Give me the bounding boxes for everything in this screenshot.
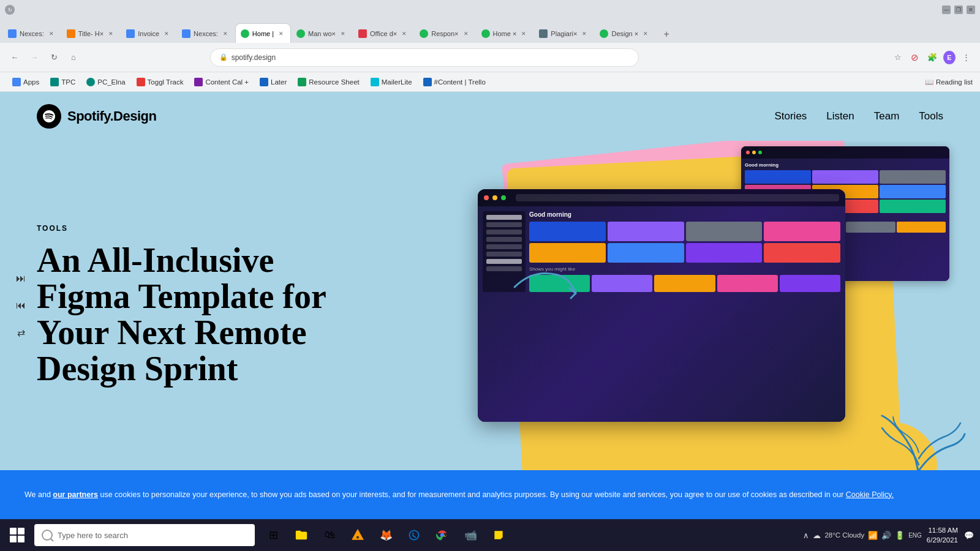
home-button[interactable]: ⌂ bbox=[66, 50, 81, 65]
tab-close-icon[interactable]: ✕ bbox=[277, 29, 285, 38]
chrome-button[interactable] bbox=[429, 522, 456, 549]
blue-plant-decoration bbox=[870, 397, 968, 470]
battery-icon: 🔋 bbox=[895, 531, 905, 540]
site-header: Spotify.Design Stories Listen Team Tools bbox=[0, 92, 980, 141]
logo-text: Spotify.Design bbox=[67, 108, 156, 124]
bookmark-tpc[interactable]: TPC bbox=[45, 76, 80, 88]
tab-label: Respon× bbox=[431, 30, 458, 37]
tab-close-icon[interactable]: ✕ bbox=[580, 29, 589, 38]
bookmark-favicon bbox=[371, 78, 379, 86]
cookie-partners-link[interactable]: our partners bbox=[53, 490, 98, 499]
tab-title[interactable]: Title- H× ✕ bbox=[61, 23, 121, 43]
store-button[interactable]: 🛍 bbox=[316, 522, 343, 549]
bookmark-pc-elna[interactable]: PC_Elna bbox=[81, 76, 130, 88]
settings-icon[interactable]: ⋮ bbox=[960, 51, 973, 64]
tab-close-icon[interactable]: ✕ bbox=[339, 29, 347, 38]
album-card bbox=[529, 243, 606, 263]
prev-track-icon[interactable]: ⏮ bbox=[12, 297, 29, 314]
reading-list-button[interactable]: 📖 Reading list bbox=[925, 78, 973, 86]
star-icon[interactable]: ☆ bbox=[892, 51, 904, 64]
next-track-icon[interactable]: ⏭ bbox=[12, 270, 29, 287]
album-card bbox=[880, 185, 946, 198]
tab-close-icon[interactable]: ✕ bbox=[519, 29, 528, 38]
tab-favicon bbox=[600, 29, 608, 38]
speaker-icon[interactable]: 🔊 bbox=[881, 531, 891, 540]
tab-home-2[interactable]: Home × ✕ bbox=[476, 23, 534, 43]
bookmark-later[interactable]: Later bbox=[255, 76, 292, 88]
tab-close-icon[interactable]: ✕ bbox=[162, 29, 171, 38]
address-bar-mock bbox=[516, 194, 839, 201]
tab-favicon bbox=[126, 29, 135, 38]
system-clock[interactable]: 11:58 AM 6/29/2021 bbox=[927, 525, 958, 545]
tab-plagiari[interactable]: Plagiari× ✕ bbox=[533, 23, 594, 43]
zoom-button[interactable]: 📹 bbox=[457, 522, 484, 549]
blocked-icon: ⊘ bbox=[909, 51, 921, 64]
dot-red bbox=[746, 151, 750, 154]
reload-button[interactable]: ↻ bbox=[47, 50, 61, 65]
tab-favicon bbox=[358, 29, 367, 38]
lock-icon: 🔒 bbox=[219, 53, 228, 61]
file-explorer-button[interactable] bbox=[288, 522, 315, 549]
title-bar-right: — ❐ ✕ bbox=[942, 6, 975, 14]
bookmark-apps[interactable]: Apps bbox=[7, 76, 44, 88]
bookmark-favicon bbox=[50, 78, 59, 86]
tab-favicon bbox=[420, 29, 428, 38]
start-button[interactable] bbox=[5, 523, 29, 547]
forward-button[interactable]: → bbox=[27, 50, 42, 65]
shuffle-icon[interactable]: ⇄ bbox=[12, 324, 29, 341]
tab-close-icon[interactable]: ✕ bbox=[47, 29, 56, 38]
tab-design[interactable]: Design × ✕ bbox=[594, 23, 655, 43]
nav-stories[interactable]: Stories bbox=[774, 110, 807, 122]
tab-invoice[interactable]: Invoice ✕ bbox=[121, 23, 176, 43]
nav-team[interactable]: Team bbox=[874, 110, 900, 122]
album-card bbox=[686, 222, 763, 241]
close-button[interactable]: ✕ bbox=[967, 6, 975, 14]
minimize-button[interactable]: — bbox=[942, 6, 951, 14]
network-icon[interactable]: 📶 bbox=[868, 531, 878, 540]
tab-label: Title- H× bbox=[78, 30, 104, 37]
notification-icon[interactable]: 💬 bbox=[963, 529, 975, 541]
bookmark-toggl[interactable]: Toggl Track bbox=[132, 76, 189, 88]
site-nav: Stories Listen Team Tools bbox=[774, 110, 943, 122]
album-sm bbox=[717, 275, 778, 292]
tablet-topbar bbox=[741, 146, 949, 159]
tab-man-wo[interactable]: Man wo× ✕ bbox=[291, 23, 353, 43]
taskbar-search[interactable]: Type here to search bbox=[34, 524, 255, 546]
tab-close-icon[interactable]: ✕ bbox=[462, 29, 470, 38]
task-view-button[interactable]: ⊞ bbox=[260, 522, 287, 549]
chevron-up-icon[interactable]: ∧ bbox=[803, 531, 809, 540]
tab-nexces-2[interactable]: Nexces: ✕ bbox=[176, 23, 235, 43]
new-tab-button[interactable]: + bbox=[658, 26, 675, 43]
tab-close-icon[interactable]: ✕ bbox=[107, 29, 115, 38]
clock-date: 6/29/2021 bbox=[927, 535, 958, 545]
profile-icon[interactable]: E bbox=[943, 51, 956, 64]
bookmark-content-cal[interactable]: Content Cal + bbox=[189, 76, 254, 88]
back-button[interactable]: ← bbox=[7, 50, 22, 65]
address-input[interactable]: 🔒 spotify.design bbox=[210, 48, 639, 67]
tab-label: Home × bbox=[493, 30, 517, 37]
sticky-notes-button[interactable] bbox=[485, 522, 512, 549]
tab-office[interactable]: Office d× ✕ bbox=[353, 23, 414, 43]
sidebar-item bbox=[486, 244, 522, 249]
bookmark-trello[interactable]: #Content | Trello bbox=[418, 76, 491, 88]
tab-label: Invoice bbox=[138, 30, 159, 37]
tab-close-icon[interactable]: ✕ bbox=[641, 29, 650, 38]
bookmark-mailerlite[interactable]: MailerLite bbox=[366, 76, 417, 88]
tab-close-icon[interactable]: ✕ bbox=[400, 29, 409, 38]
bookmark-resource-sheet[interactable]: Resource Sheet bbox=[293, 76, 364, 88]
tab-close-icon[interactable]: ✕ bbox=[221, 29, 230, 38]
cookie-policy-link[interactable]: Cookie Policy. bbox=[846, 490, 894, 499]
album-card bbox=[608, 222, 684, 241]
firefox-button[interactable]: 🦊 bbox=[372, 522, 399, 549]
tab-home-spotify[interactable]: Home | ✕ bbox=[235, 23, 291, 43]
restore-button[interactable]: ❐ bbox=[954, 6, 963, 14]
tab-respon[interactable]: Respon× ✕ bbox=[414, 23, 475, 43]
extensions-icon[interactable]: 🧩 bbox=[926, 51, 938, 64]
nav-listen[interactable]: Listen bbox=[826, 110, 854, 122]
dot-yellow bbox=[492, 195, 497, 200]
taskbar: Type here to search ⊞ 🛍 🦊 bbox=[0, 519, 980, 551]
tab-nexces-1[interactable]: Nexces: ✕ bbox=[2, 23, 61, 43]
vlc-button[interactable] bbox=[344, 522, 371, 549]
nav-tools[interactable]: Tools bbox=[919, 110, 943, 122]
edge-button[interactable] bbox=[401, 522, 428, 549]
